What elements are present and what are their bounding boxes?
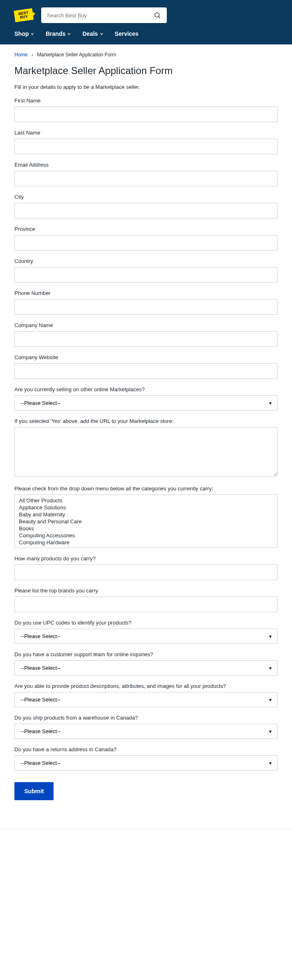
breadcrumb: Home Marketplace Seller Application Form	[14, 52, 278, 58]
last-name-label: Last Name	[14, 130, 278, 136]
support-team-select[interactable]: --Please Select--	[14, 660, 278, 676]
provide-desc-select[interactable]: --Please Select--	[14, 692, 278, 707]
category-option[interactable]: Computing Accessories	[15, 532, 277, 539]
submit-button[interactable]: Submit	[14, 782, 54, 800]
search-icon[interactable]	[154, 12, 161, 19]
province-label: Province	[14, 226, 278, 232]
upc-label: Do you use UPC codes to identify your pr…	[14, 620, 278, 626]
top-brands-label: Please list the top brands you carry	[14, 588, 278, 594]
search-input[interactable]	[47, 12, 154, 19]
company-website-input[interactable]	[14, 363, 278, 379]
nav-label: Brands	[46, 30, 65, 37]
nav-label: Services	[115, 30, 139, 37]
support-team-label: Do you have a customer support team for …	[14, 651, 278, 657]
city-label: City	[14, 194, 278, 200]
city-input[interactable]	[14, 203, 278, 218]
province-input[interactable]	[14, 235, 278, 251]
country-label: Country	[14, 258, 278, 264]
nav-services[interactable]: Services	[115, 30, 139, 37]
company-name-label: Company Name	[14, 322, 278, 328]
ship-canada-label: Do you ship products from a warehouse in…	[14, 715, 278, 721]
last-name-input[interactable]	[14, 139, 278, 154]
upc-select[interactable]: --Please Select--	[14, 629, 278, 644]
product-count-input[interactable]	[14, 564, 278, 580]
category-option[interactable]: Digital Imaging	[15, 546, 277, 548]
chevron-right-icon	[31, 53, 34, 56]
svg-line-1	[159, 16, 160, 18]
category-option[interactable]: Beauty and Personal Care	[15, 518, 277, 525]
selling-other-label: Are you currently selling on other onlin…	[14, 386, 278, 392]
selling-other-select[interactable]: --Please Select--	[14, 395, 278, 411]
category-option[interactable]: All Other Products	[15, 497, 277, 504]
divider	[0, 829, 292, 829]
provide-desc-label: Are you able to provide product descript…	[14, 683, 278, 689]
breadcrumb-home[interactable]: Home	[14, 52, 28, 58]
categories-label: Please check from the drop down menu bel…	[14, 485, 278, 492]
page-subtitle: Fill in your details to apply to be a Ma…	[14, 84, 278, 90]
category-option[interactable]: Baby and Maternity	[15, 511, 277, 518]
email-input[interactable]	[14, 171, 278, 186]
category-option[interactable]: Books	[15, 525, 277, 532]
nav-label: Shop	[14, 30, 29, 37]
chevron-down-icon	[30, 32, 34, 36]
nav-shop[interactable]: Shop	[14, 30, 34, 37]
url-marketplace-label: If you selected 'Yes' above, add the URL…	[14, 418, 278, 424]
search-bar	[41, 7, 167, 23]
nav-deals[interactable]: Deals	[82, 30, 103, 37]
email-label: Email Address	[14, 162, 278, 168]
nav-label: Deals	[82, 30, 98, 37]
main-nav: Shop Brands Deals Services	[0, 30, 292, 44]
header: BEST BUY	[0, 0, 292, 30]
chevron-down-icon	[67, 32, 71, 36]
country-input[interactable]	[14, 267, 278, 283]
content: Home Marketplace Seller Application Form…	[0, 44, 292, 817]
first-name-input[interactable]	[14, 107, 278, 122]
logo-text-2: BUY	[20, 15, 28, 20]
phone-label: Phone Number	[14, 290, 278, 296]
svg-point-0	[155, 13, 159, 17]
company-name-input[interactable]	[14, 331, 278, 347]
category-option[interactable]: Computing Hardware	[15, 539, 277, 546]
returns-canada-label: Do you have a returns address in Canada?	[14, 746, 278, 752]
categories-multiselect[interactable]: All Other Products Appliance Solutions B…	[14, 495, 278, 548]
url-marketplace-textarea[interactable]	[14, 427, 278, 476]
nav-brands[interactable]: Brands	[46, 30, 71, 37]
chevron-down-icon	[100, 32, 103, 36]
logo[interactable]: BEST BUY	[14, 8, 33, 22]
page-title: Marketplace Seller Application Form	[14, 65, 278, 77]
ship-canada-select[interactable]: --Please Select--	[14, 724, 278, 739]
product-count-label: How many products do you carry?	[14, 555, 278, 562]
category-option[interactable]: Appliance Solutions	[15, 504, 277, 511]
top-brands-input[interactable]	[14, 597, 278, 612]
breadcrumb-current: Marketplace Seller Application Form	[37, 52, 116, 58]
first-name-label: First Name	[14, 98, 278, 104]
company-website-label: Company Website	[14, 354, 278, 360]
phone-input[interactable]	[14, 299, 278, 315]
returns-canada-select[interactable]: --Please Select--	[14, 755, 278, 771]
